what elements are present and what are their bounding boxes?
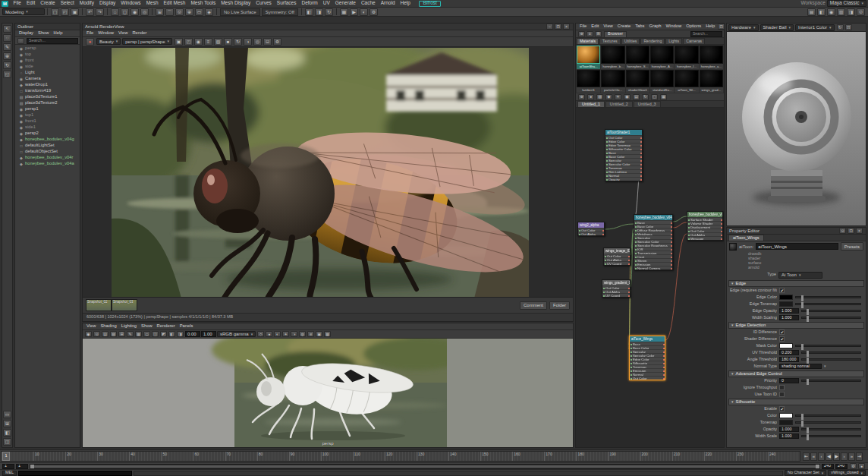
make-live-icon[interactable]: ◈	[205, 8, 213, 16]
light-filter-icon[interactable]: ☀	[615, 94, 621, 100]
property-row[interactable]: Opacity 1.000 ▾	[728, 426, 864, 433]
category-tab[interactable]: Textures	[599, 38, 621, 44]
category-tab[interactable]: Lights	[665, 38, 682, 44]
outliner-item[interactable]: □ defaultLightSet	[15, 143, 80, 149]
value-field[interactable]: 0.200	[779, 350, 799, 355]
material-swatch[interactable]: honeybee_b...	[601, 46, 624, 69]
auto-keyframe-icon[interactable]: ●	[858, 463, 865, 469]
screen-space-ao-icon[interactable]: ◍	[299, 331, 306, 337]
outliner-item[interactable]: ▨ place3dTexture1	[15, 94, 80, 100]
checkbox[interactable]	[779, 336, 785, 342]
main-menu-item[interactable]: Mesh Display	[219, 1, 253, 6]
character-controls-toggle-icon[interactable]: ◉	[827, 8, 835, 16]
render-camera-dropdown[interactable]: persp | perspShape	[122, 38, 172, 45]
pin-icon[interactable]: ⊙	[839, 228, 846, 234]
safe-title-icon[interactable]: ◨	[177, 331, 184, 337]
outliner-item[interactable]: ◆ waterDrop1	[15, 82, 80, 88]
refresh-swatches-icon[interactable]: ↻	[642, 94, 649, 100]
node-name-field[interactable]: aiToon_Wings	[756, 243, 838, 250]
material-preview-area[interactable]	[727, 32, 866, 225]
shaded-icon[interactable]: ●	[266, 331, 272, 337]
zoom-1-1-icon[interactable]: ⊡	[263, 38, 272, 46]
material-swatch[interactable]: aiToonSha...	[577, 46, 600, 69]
open-render-view-icon[interactable]: ▦	[340, 8, 348, 16]
workspace-dropdown[interactable]: Maya Classic	[827, 0, 866, 7]
scale-tool-icon[interactable]: ◱	[3, 71, 11, 78]
renderview-menu-item[interactable]: Window	[96, 31, 116, 36]
value-field[interactable]: 0	[779, 378, 799, 383]
pop-out-icon[interactable]: ⊡	[848, 228, 854, 234]
outliner-item[interactable]: □ transform419	[15, 88, 80, 94]
property-row[interactable]: Shader Difference ▾	[728, 336, 864, 342]
timeline-tick[interactable]: 80	[257, 452, 289, 461]
timeline-tick[interactable]: 60	[193, 452, 225, 461]
aov-dropdown[interactable]: Beauty	[96, 38, 121, 45]
shader-node[interactable]: honeybee_bodulev_v04:Bee_WingsBaseBase C…	[634, 214, 673, 270]
attribute-editor-toggle-icon[interactable]: ◨	[847, 8, 855, 16]
refresh-render-icon[interactable]: ↻	[234, 38, 242, 46]
outliner-item[interactable]: ▨ place3dTexture2	[15, 100, 80, 106]
symmetry-indicator[interactable]: Symmetry: Off	[262, 8, 298, 16]
main-menu-item[interactable]: Surfaces	[274, 1, 299, 6]
tool-settings-toggle-icon[interactable]: ⊙	[857, 8, 865, 16]
main-menu-item[interactable]: Select	[58, 1, 77, 6]
shader-node-port[interactable]: UV Coord	[604, 261, 630, 265]
anim-clip-dropdown[interactable]: vWings_closed	[828, 470, 866, 476]
property-row[interactable]: Edge Tonemap ▾	[728, 301, 864, 307]
outliner-item[interactable]: ○ Light	[15, 70, 80, 76]
select-by-hierarchy-icon[interactable]: ⌂	[111, 8, 119, 16]
main-menu-item[interactable]: Help	[398, 1, 413, 6]
next-frame-icon[interactable]: ›	[841, 452, 848, 461]
bookmarks-icon[interactable]: ▤	[102, 331, 108, 337]
outliner-item[interactable]: ◉ side	[15, 64, 80, 70]
main-menu-item[interactable]: Generate	[332, 1, 358, 6]
timeline-tick[interactable]: 190	[608, 452, 640, 461]
image-plane-icon[interactable]: ▧	[110, 331, 117, 337]
utility-filter-icon[interactable]: ◆	[605, 94, 612, 100]
single-pane-layout-icon[interactable]: ▭	[3, 411, 11, 418]
clear-graph-icon[interactable]: ▢	[651, 94, 658, 100]
timeline-tick[interactable]: 100	[321, 452, 353, 461]
current-frame-indicator[interactable]: 1	[2, 452, 10, 461]
checkbox[interactable]	[779, 288, 785, 293]
2d-pan-zoom-icon[interactable]: ⊞	[118, 331, 125, 337]
renderview-menu-item[interactable]: View	[116, 31, 130, 36]
four-pane-layout-icon[interactable]: ⊞	[3, 420, 11, 427]
main-menu-item[interactable]: Mesh Tools	[188, 1, 219, 6]
main-menu-item[interactable]: Edit Mesh	[161, 1, 188, 6]
viewport-menu-item[interactable]: Lighting	[119, 324, 139, 329]
property-row[interactable]: Edge (requires contour filter) ▾	[728, 287, 864, 294]
shader-node-title[interactable]: honeybee_bodulev_v04:aiStan...	[687, 212, 722, 217]
hypershade-menu-item[interactable]: Edit	[589, 24, 601, 29]
texture-filter-icon[interactable]: ▨	[596, 94, 603, 100]
work-area-tab[interactable]: Untitled_2	[605, 101, 633, 107]
value-field[interactable]: 1.000	[779, 433, 799, 439]
timeline-tick[interactable]: 240	[768, 452, 800, 461]
slider-handle[interactable]	[807, 316, 809, 322]
viewer-geometry-dropdown[interactable]: Shader Ball	[760, 24, 794, 31]
outliner-item[interactable]: ◉ Camera	[15, 76, 80, 82]
hypershade-menu-item[interactable]: Graph	[646, 24, 663, 29]
property-editor-tab[interactable]: aiToon_Wings	[728, 235, 764, 241]
timeline-tick[interactable]: 210	[672, 452, 704, 461]
slider-handle[interactable]	[807, 379, 809, 385]
slider-handle[interactable]	[801, 344, 804, 350]
slider[interactable]	[795, 415, 861, 417]
slider[interactable]	[795, 303, 861, 305]
grid-toggle-icon[interactable]: ▦	[135, 331, 142, 337]
modeling-toolkit-toggle-icon[interactable]: ◧	[817, 8, 826, 16]
outliner-item[interactable]: ◉ front	[15, 58, 80, 64]
animation-end-field[interactable]: 240	[835, 464, 848, 469]
shader-node-title[interactable]: wings_gradient_01	[602, 280, 630, 285]
checkbox[interactable]	[779, 392, 785, 397]
pop-out-icon[interactable]: ⊡	[845, 24, 852, 30]
outliner-search-input[interactable]: Search...	[27, 38, 78, 44]
presets-button[interactable]: Presets	[841, 242, 863, 251]
value-field[interactable]: 1.000	[779, 427, 799, 432]
range-end-handle[interactable]	[816, 465, 819, 468]
color-swatch[interactable]	[779, 301, 793, 307]
undo-icon[interactable]: ↶	[86, 8, 94, 16]
outliner-item[interactable]: ◉ persp2	[15, 131, 80, 137]
snapshot-thumbnail[interactable]: Snapshot_02	[86, 299, 112, 311]
timeline-tick[interactable]: 140	[448, 452, 480, 461]
